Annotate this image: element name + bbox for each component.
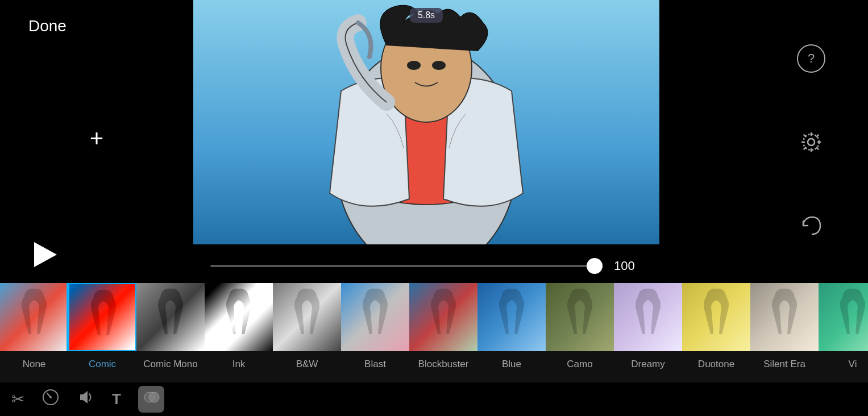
filter-label-blast[interactable]: Blast (341, 355, 409, 373)
filter-label-text-ink: Ink (205, 355, 273, 373)
intensity-slider[interactable] (210, 265, 603, 267)
undo-button[interactable] (797, 211, 825, 240)
filter-label-duotone[interactable]: Duotone (682, 355, 750, 373)
cut-tool-button[interactable]: ✂ (11, 390, 24, 409)
filter-label-text-comic: Comic (68, 355, 136, 373)
svg-point-0 (808, 139, 815, 145)
filter-label-text-duotone: Duotone (682, 355, 750, 373)
filter-thumbnails (0, 283, 868, 351)
filter-label-text-vi: Vi (819, 355, 868, 373)
filter-label-row: NoneComicComic MonoInkB&WBlastBlockbuste… (0, 351, 868, 377)
filter-thumb-silent-era (750, 283, 819, 351)
filter-label-blue[interactable]: Blue (477, 355, 546, 373)
filter-thumb-blockbuster (409, 283, 477, 351)
filter-item-blue[interactable] (477, 283, 546, 351)
play-button[interactable] (34, 242, 57, 267)
filter-label-text-blockbuster: Blockbuster (409, 355, 477, 373)
filter-thumb-bw (273, 283, 341, 351)
filter-label-camo[interactable]: Camo (546, 355, 614, 373)
slider-area: 100 (193, 249, 659, 283)
undo-icon (799, 213, 824, 238)
timestamp-badge: 5.8s (410, 8, 443, 23)
filter-item-duotone[interactable] (682, 283, 750, 351)
left-panel: Done + (0, 0, 193, 284)
bottom-toolbar: ✂ T (0, 382, 239, 416)
filter-item-blockbuster[interactable] (409, 283, 477, 351)
filter-tool-button[interactable] (138, 386, 164, 413)
video-preview: 5.8s (193, 0, 659, 244)
speaker-icon (77, 388, 95, 406)
filter-label-vi[interactable]: Vi (819, 355, 868, 373)
speed-tool-button[interactable] (41, 388, 60, 410)
question-mark-icon: ? (808, 51, 815, 66)
filter-item-dreamy[interactable] (614, 283, 682, 351)
svg-point-6 (407, 61, 421, 70)
filter-label-text-silent-era: Silent Era (750, 355, 819, 373)
filter-thumb-vi (819, 283, 868, 351)
filter-thumb-blast (341, 283, 409, 351)
filter-item-ink[interactable] (205, 283, 273, 351)
svg-point-11 (149, 392, 159, 402)
filter-label-text-blast: Blast (341, 355, 409, 373)
filter-item-bw[interactable] (273, 283, 341, 351)
filter-label-text-dreamy: Dreamy (614, 355, 682, 373)
filter-strip: NoneComicComic MonoInkB&WBlastBlockbuste… (0, 283, 868, 382)
add-button[interactable]: + (28, 125, 165, 152)
filter-thumb-blue (477, 283, 546, 351)
filter-item-silent-era[interactable] (750, 283, 819, 351)
done-button[interactable]: Done (28, 17, 165, 35)
slider-value-label: 100 (614, 259, 642, 273)
filter-label-dreamy[interactable]: Dreamy (614, 355, 682, 373)
svg-point-7 (432, 61, 446, 70)
filter-label-comic-mono[interactable]: Comic Mono (136, 355, 205, 373)
filter-item-blast[interactable] (341, 283, 409, 351)
filter-label-text-comic-mono: Comic Mono (136, 355, 205, 373)
video-illustration (193, 0, 659, 244)
filter-label-text-bw: B&W (273, 355, 341, 373)
audio-tool-button[interactable] (77, 388, 95, 410)
filter-label-text-camo: Camo (546, 355, 614, 373)
filter-label-comic[interactable]: Comic (68, 355, 136, 373)
filter-thumb-duotone (682, 283, 750, 351)
right-panel: ? (754, 0, 868, 284)
video-content (193, 0, 659, 244)
filter-thumb-none (0, 283, 68, 351)
filter-thumb-comic-mono (136, 283, 205, 351)
filter-circles-icon (143, 389, 160, 406)
filter-item-camo[interactable] (546, 283, 614, 351)
text-tool-button[interactable]: T (112, 390, 121, 408)
settings-button[interactable] (797, 128, 825, 156)
filter-label-bw[interactable]: B&W (273, 355, 341, 373)
filter-item-comic-mono[interactable] (136, 283, 205, 351)
filter-item-vi[interactable] (819, 283, 868, 351)
svg-point-9 (49, 396, 52, 398)
filter-label-blockbuster[interactable]: Blockbuster (409, 355, 477, 373)
filter-label-silent-era[interactable]: Silent Era (750, 355, 819, 373)
filter-thumb-comic (68, 283, 136, 351)
filter-thumb-ink (205, 283, 273, 351)
gear-icon (800, 131, 823, 153)
filter-label-text-blue: Blue (477, 355, 546, 373)
speedometer-icon (41, 388, 60, 406)
filter-item-none[interactable] (0, 283, 68, 351)
filter-thumb-dreamy (614, 283, 682, 351)
filter-item-comic[interactable] (68, 283, 136, 351)
help-button[interactable]: ? (797, 44, 825, 73)
filter-label-none[interactable]: None (0, 355, 68, 373)
filter-thumb-camo (546, 283, 614, 351)
filter-label-ink[interactable]: Ink (205, 355, 273, 373)
filter-label-text-none: None (0, 355, 68, 373)
